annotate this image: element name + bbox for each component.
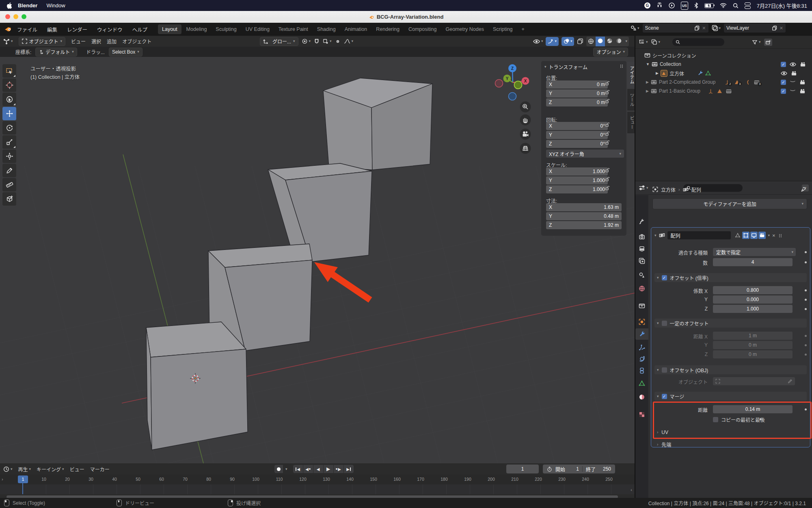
end-frame-field[interactable]: 250: [599, 466, 611, 472]
tab-constraints[interactable]: [635, 365, 648, 376]
mode-selector[interactable]: オブジェクト ▾: [19, 37, 66, 46]
location-field[interactable]: Z0 m: [546, 98, 608, 106]
object-offset-header[interactable]: ▾ オフセット (OBJ): [654, 365, 807, 374]
camera-restrict-icon[interactable]: [791, 71, 797, 76]
rotation-field[interactable]: Z0°: [546, 140, 608, 148]
animate-dot[interactable]: [805, 335, 807, 337]
scale-tool[interactable]: [2, 135, 16, 149]
menu-view-timeline[interactable]: ビュー: [70, 466, 84, 473]
current-frame-marker[interactable]: 1: [18, 475, 28, 483]
remove-viewlayer-icon[interactable]: ✕: [780, 26, 783, 31]
outliner-row-cube[interactable]: ▶ 立方体: [656, 69, 711, 78]
properties-editor-type-button[interactable]: ▾: [639, 185, 648, 191]
timeline-ruler[interactable]: › 10203040506070809010011012013014015016…: [0, 475, 635, 485]
disclosure-closed-icon[interactable]: ▶: [646, 80, 649, 84]
tab-tool[interactable]: [635, 216, 648, 227]
camera-restrict-icon[interactable]: [799, 89, 806, 94]
transform-panel-header[interactable]: ▾トランスフォーム: [544, 63, 587, 70]
outliner-row-collection[interactable]: ▼ Collection ✓: [646, 60, 681, 69]
render-display-toggle[interactable]: [758, 232, 766, 239]
browse-scene-button[interactable]: ▾: [630, 25, 639, 31]
n-tab-item[interactable]: アイテム: [627, 62, 635, 88]
proportional-falloff-dropdown[interactable]: ▾: [344, 39, 354, 44]
count-field[interactable]: 4: [713, 258, 793, 266]
scale-field[interactable]: X1.000: [546, 167, 608, 176]
playhead-line[interactable]: [22, 483, 23, 494]
topbar-menu-item[interactable]: 編集: [47, 26, 57, 33]
lock-icon[interactable]: [605, 122, 610, 127]
object-visibility-dropdown[interactable]: ▾: [533, 39, 543, 44]
dimension-field[interactable]: Y0.48 m: [546, 212, 622, 220]
minimize-window-button[interactable]: [13, 14, 18, 19]
disclosure-closed-icon[interactable]: ▶: [646, 89, 649, 93]
animate-dot[interactable]: [805, 251, 807, 253]
add-modifier-button[interactable]: モディファイアーを追加▾: [652, 198, 807, 209]
on-cage-toggle[interactable]: [734, 232, 741, 239]
next-keyframe-button[interactable]: ▶: [334, 465, 343, 473]
animate-dot[interactable]: [805, 354, 807, 356]
copy-viewlayer-icon[interactable]: [772, 26, 777, 30]
pivot-point-dropdown[interactable]: ▾: [302, 38, 311, 44]
select-circle-tool[interactable]: [2, 93, 16, 106]
caps-subpanel[interactable]: ›先端: [651, 441, 810, 448]
merge-header[interactable]: ▾✓ マージ: [654, 392, 807, 401]
tab-object-data[interactable]: [635, 378, 648, 389]
breadcrumb-modifier[interactable]: 配列: [691, 186, 701, 193]
tab-texture[interactable]: [635, 409, 648, 420]
play-status-icon[interactable]: [669, 2, 675, 9]
topbar-menu-item[interactable]: ファイル: [17, 26, 37, 33]
snap-toggle[interactable]: [314, 39, 320, 44]
timeline-editor-type-button[interactable]: ▾: [3, 466, 13, 472]
rotation-field[interactable]: Y0°: [546, 131, 608, 139]
disclosure-closed-icon[interactable]: ▶: [656, 71, 659, 75]
pin-icon[interactable]: [801, 187, 806, 192]
workspace-tab[interactable]: UV Editing: [242, 24, 274, 34]
workspace-tab[interactable]: Rendering: [372, 24, 404, 34]
panel-drag-handle-icon[interactable]: [620, 64, 623, 68]
g-status-icon[interactable]: G: [644, 2, 650, 9]
modifier-extras-dropdown[interactable]: ▾: [768, 234, 770, 237]
browse-viewlayer-button[interactable]: ▾: [712, 25, 721, 31]
realtime-display-toggle[interactable]: [750, 232, 758, 239]
menu-select[interactable]: 選択: [91, 38, 101, 45]
delete-modifier-button[interactable]: ×: [772, 232, 775, 239]
n-tab-view[interactable]: ビュー: [627, 112, 635, 133]
menu-marker[interactable]: マーカー: [90, 466, 110, 473]
workspace-tab[interactable]: Scripting: [489, 24, 517, 34]
first-last-checkbox[interactable]: [713, 417, 718, 422]
tab-view-layer[interactable]: [635, 255, 648, 267]
location-field[interactable]: Y0 m: [546, 89, 608, 98]
apple-logo-icon[interactable]: [6, 2, 12, 9]
shading-solid-button[interactable]: [596, 37, 605, 46]
lock-icon[interactable]: [605, 98, 610, 104]
select-box-tool[interactable]: [2, 64, 16, 78]
add-workspace-button[interactable]: +: [518, 24, 529, 34]
play-button[interactable]: ▶: [324, 465, 333, 473]
lock-icon[interactable]: [605, 185, 610, 191]
location-field[interactable]: X0 m: [546, 80, 608, 89]
rotation-field[interactable]: X0°: [546, 122, 608, 130]
xray-toggle[interactable]: [577, 38, 583, 44]
factor-field[interactable]: 1.000: [713, 305, 793, 313]
rotate-tool[interactable]: [2, 121, 16, 135]
lock-icon[interactable]: [605, 89, 610, 95]
scene-name-field[interactable]: Scene ✕: [643, 24, 708, 33]
dimension-field[interactable]: Z1.92 m: [546, 221, 622, 229]
modifier-name-field[interactable]: 配列: [667, 231, 731, 239]
lock-icon[interactable]: [605, 140, 610, 145]
animate-dot[interactable]: [805, 261, 807, 263]
prev-keyframe-button[interactable]: ◀: [303, 465, 313, 473]
jump-to-start-button[interactable]: ◀: [293, 465, 303, 473]
menu-bar-clock[interactable]: 7月27日(水) 午後8:31: [757, 2, 807, 9]
animate-dot[interactable]: [760, 418, 762, 420]
animate-dot[interactable]: [805, 289, 807, 291]
shading-rendered-button[interactable]: [614, 37, 624, 46]
disclosure-open-icon[interactable]: ▼: [646, 62, 650, 66]
menu-app-name[interactable]: Blender: [18, 2, 37, 9]
dimension-field[interactable]: X1.63 m: [546, 203, 622, 211]
expand-panel-icon[interactable]: ›: [2, 477, 3, 482]
auto-keying-record-button[interactable]: [274, 465, 283, 473]
eye-closed-icon[interactable]: [790, 89, 796, 93]
viewport-3d[interactable]: Y X Z ユーザー・透視投影 (1) Collection | 立方体 ▾トラ…: [0, 57, 635, 463]
distance-field[interactable]: 0 m: [713, 350, 793, 358]
